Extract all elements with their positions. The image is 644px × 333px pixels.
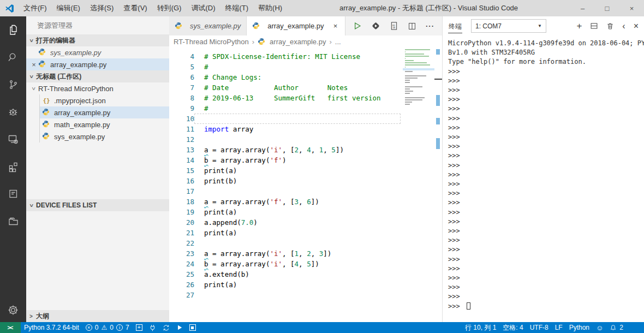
- add-box-icon[interactable]: +: [133, 322, 146, 333]
- code-line-10[interactable]: 10: [169, 114, 442, 124]
- code-line-17[interactable]: 17: [169, 186, 442, 197]
- open-editor-item[interactable]: sys_example.py: [26, 46, 169, 58]
- remote-indicator-icon[interactable]: ><: [0, 322, 21, 333]
- code-line-7[interactable]: 7# Date Author Notes: [169, 82, 442, 93]
- search-icon[interactable]: [0, 44, 26, 71]
- menu-item-4[interactable]: 转到(G): [152, 4, 187, 12]
- line-number: 11: [169, 124, 194, 134]
- terminal-tab[interactable]: 终端: [448, 19, 462, 33]
- settings-gear-icon[interactable]: [0, 298, 26, 322]
- menu-item-3[interactable]: 查看(V): [118, 4, 152, 12]
- source-control-icon[interactable]: [0, 71, 26, 98]
- code-line-5[interactable]: 5#: [169, 62, 442, 72]
- code-line-11[interactable]: 11import array: [169, 124, 442, 134]
- tree-folder-rt-thread[interactable]: > RT-Thread MicroPython: [26, 82, 169, 94]
- code-line-24[interactable]: 24b = array.array('i', [4, 5]): [169, 259, 442, 269]
- run-file-icon[interactable]: [353, 21, 362, 31]
- cursor-position[interactable]: 行 10, 列 1: [462, 323, 499, 332]
- breadcrumb-item[interactable]: array_example.py: [270, 38, 326, 46]
- folder-icon[interactable]: [0, 207, 26, 235]
- menu-item-2[interactable]: 选择(S): [85, 4, 118, 12]
- menu-item-1[interactable]: 编辑(E): [52, 4, 85, 12]
- open-editor-item[interactable]: ×array_example.py: [26, 58, 169, 70]
- tree-file-item[interactable]: array_example.py: [40, 106, 169, 118]
- close-panel-icon[interactable]: ×: [634, 22, 639, 31]
- title-bar: 文件(F)编辑(E)选择(S)查看(V)转到(G)调试(D)终端(T)帮助(H)…: [0, 0, 644, 16]
- code-token: print(a): [204, 166, 237, 175]
- explorer-icon[interactable]: [0, 16, 26, 44]
- code-line-18[interactable]: 18a = array.array('f', [3, 6]): [169, 197, 442, 207]
- code-editor[interactable]: 4# SPDX-License-Identifier: MIT License5…: [169, 48, 442, 322]
- problems-indicator[interactable]: ×0 ⚠0 i7: [82, 322, 133, 333]
- indentation[interactable]: 空格: 4: [499, 323, 526, 332]
- sync-icon[interactable]: [159, 322, 173, 333]
- overview-ruler[interactable]: [434, 48, 442, 322]
- debug-icon[interactable]: [0, 98, 26, 126]
- code-line-22[interactable]: 22: [169, 238, 442, 248]
- code-line-9[interactable]: 9#: [169, 103, 442, 114]
- minimap-line: [405, 71, 413, 72]
- code-line-16[interactable]: 16print(b): [169, 176, 442, 186]
- code-line-14[interactable]: 14b = array.array('f'): [169, 155, 442, 165]
- section-outline[interactable]: > 大纲: [26, 310, 169, 322]
- code-line-4[interactable]: 4# SPDX-License-Identifier: MIT License: [169, 51, 442, 62]
- stop-icon[interactable]: [186, 322, 199, 333]
- code-line-12[interactable]: 12: [169, 134, 442, 145]
- notifications-bell[interactable]: 2: [606, 324, 627, 331]
- run-icon[interactable]: [173, 322, 186, 333]
- extensions-icon[interactable]: [0, 153, 26, 180]
- code-line-23[interactable]: 23a = array.array('i', [1, 2, 3]): [169, 248, 442, 259]
- more-actions-icon[interactable]: ···: [426, 22, 434, 30]
- encoding[interactable]: UTF-8: [527, 324, 552, 331]
- eol-sequence[interactable]: LF: [552, 324, 566, 331]
- close-tab-icon[interactable]: ×: [332, 22, 339, 30]
- code-line-26[interactable]: 26print(a): [169, 280, 442, 290]
- section-workspace[interactable]: > 无标题 (工作区): [26, 70, 169, 82]
- tree-file-item[interactable]: sys_example.py: [40, 130, 169, 142]
- code-line-6[interactable]: 6# Change Logs:: [169, 72, 442, 82]
- split-terminal-icon[interactable]: [590, 22, 598, 30]
- menu-item-7[interactable]: 帮助(H): [253, 4, 287, 12]
- breadcrumb-item[interactable]: RT-Thread MicroPython: [174, 38, 249, 46]
- code-line-13[interactable]: 13a = array.array('i', [2, 4, 1, 5]): [169, 145, 442, 155]
- code-line-15[interactable]: 15print(a): [169, 165, 442, 176]
- device-remote-icon[interactable]: [0, 126, 26, 153]
- binary-file-icon[interactable]: 0110: [390, 21, 398, 31]
- section-open-editors[interactable]: > 打开的编辑器: [26, 34, 169, 46]
- code-line-27[interactable]: 27: [169, 290, 442, 300]
- close-button[interactable]: ×: [619, 0, 644, 16]
- code-line-8[interactable]: 8# 2019-06-13 SummerGift first version: [169, 93, 442, 103]
- new-terminal-icon[interactable]: +: [576, 21, 582, 31]
- chevron-left-icon[interactable]: ‹: [622, 22, 625, 31]
- code-line-20[interactable]: 20a.append(7.0): [169, 217, 442, 228]
- editor-tab[interactable]: array_example.py×: [247, 16, 345, 35]
- terminal-dropdown[interactable]: 1: COM7 ▼: [471, 19, 546, 33]
- breadcrumb[interactable]: RT-Thread MicroPython›array_example.py›.…: [169, 35, 442, 48]
- code-line-21[interactable]: 21print(a): [169, 228, 442, 238]
- plug-icon[interactable]: [146, 322, 159, 333]
- tree-file-item[interactable]: {}.mpyproject.json: [40, 94, 169, 106]
- code-line-25[interactable]: 25a.extend(b): [169, 269, 442, 280]
- terminal-body[interactable]: MicroPython v1.9.4-114-g309fe39d on 2018…: [443, 35, 644, 322]
- minimize-button[interactable]: –: [570, 0, 595, 16]
- menu-item-6[interactable]: 终端(T): [220, 4, 253, 12]
- minimap-line: [405, 53, 424, 55]
- menu-item-5[interactable]: 调试(D): [186, 4, 220, 12]
- split-editor-icon[interactable]: [408, 22, 416, 31]
- output-notes-icon[interactable]: [0, 180, 26, 207]
- breadcrumb-item[interactable]: ...: [335, 38, 341, 46]
- editor-tab[interactable]: sys_example.py: [169, 16, 247, 35]
- minimap[interactable]: [403, 48, 434, 135]
- tree-file-item[interactable]: math_example.py: [40, 118, 169, 130]
- kill-terminal-trash-icon[interactable]: [606, 22, 614, 30]
- menu-item-0[interactable]: 文件(F): [19, 4, 52, 12]
- debug-run-icon[interactable]: [371, 21, 380, 31]
- close-icon[interactable]: ×: [29, 61, 38, 69]
- language-mode[interactable]: Python: [566, 324, 593, 331]
- maximize-button[interactable]: □: [595, 0, 619, 16]
- section-device-files[interactable]: > DEVICE FILES LIST: [26, 199, 169, 211]
- code-line-19[interactable]: 19print(a): [169, 207, 442, 217]
- minimap-line: [405, 91, 413, 92]
- feedback-smiley-icon[interactable]: ☺: [593, 324, 606, 332]
- python-interpreter[interactable]: Python 3.7.2 64-bit: [21, 322, 82, 333]
